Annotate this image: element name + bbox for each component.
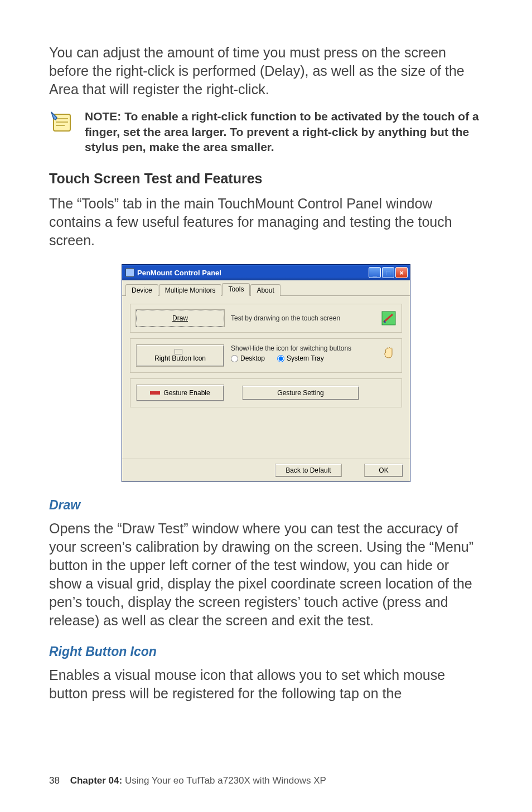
ok-button[interactable]: OK — [364, 464, 403, 477]
gesture-setting-button[interactable]: Gesture Setting — [242, 386, 359, 400]
right-button-icon-button[interactable]: Right Button Icon — [136, 344, 224, 367]
note-text: NOTE: To enable a right-click function t… — [85, 109, 483, 155]
gesture-enable-label: Gesture Enable — [163, 389, 210, 397]
tab-about[interactable]: About — [250, 284, 280, 296]
radio-system-tray-input[interactable] — [277, 355, 284, 362]
chapter-label: Chapter 04: — [70, 775, 123, 786]
titlebar: PenMount Control Panel _ □ × — [122, 265, 410, 280]
spacer — [130, 413, 402, 453]
note-block: NOTE: To enable a right-click function t… — [49, 109, 483, 155]
window-footer: Back to Default OK — [122, 459, 410, 482]
note-icon — [49, 109, 79, 138]
window-title: PenMount Control Panel — [137, 269, 369, 277]
page-number: 38 — [49, 775, 60, 786]
page-footer: 38 Chapter 04: Using Your eo TufTab a723… — [49, 775, 326, 786]
tab-multiple-monitors[interactable]: Multiple Monitors — [159, 284, 222, 296]
draw-button-label: Draw — [172, 314, 188, 322]
draw-row: Draw Test by drarwing on the touch scree… — [130, 304, 402, 333]
window-mini-icon — [175, 349, 182, 354]
rbi-radio-group: Desktop System Tray — [231, 354, 375, 362]
gesture-row: Gesture Enable Gesture Setting — [130, 378, 402, 407]
draw-description: Test by drarwing on the touch screen — [231, 314, 375, 322]
minimize-button[interactable]: _ — [369, 267, 381, 278]
screenshot-container: PenMount Control Panel _ □ × Device Mult… — [49, 264, 483, 482]
back-to-default-label: Back to Default — [286, 466, 331, 474]
tab-tools[interactable]: Tools — [222, 283, 250, 296]
hand-icon — [381, 344, 396, 359]
radio-system-tray[interactable]: System Tray — [277, 354, 324, 362]
right-button-icon-label: Right Button Icon — [154, 354, 206, 362]
radio-system-tray-label: System Tray — [287, 354, 324, 362]
heading-draw: Draw — [49, 498, 483, 513]
radio-desktop-label: Desktop — [240, 354, 265, 362]
back-to-default-button[interactable]: Back to Default — [275, 464, 342, 477]
app-icon — [125, 268, 134, 277]
heading-touch-screen-test: Touch Screen Test and Features — [49, 171, 483, 187]
gesture-setting-label: Gesture Setting — [277, 389, 323, 397]
panel-body: Draw Test by drarwing on the touch scree… — [122, 296, 410, 459]
radio-desktop-input[interactable] — [231, 355, 238, 362]
close-button[interactable]: × — [395, 267, 408, 278]
rbi-paragraph: Enables a visual mouse icon that allows … — [49, 666, 483, 703]
chapter-rest: Using Your eo TufTab a7230X with Windows… — [122, 775, 326, 786]
rbi-description: Show/Hide the icon for switching buttons — [231, 344, 375, 352]
heading-right-button-icon: Right Button Icon — [49, 644, 483, 659]
intro-paragraph: You can adjust the amount of time you mu… — [49, 43, 483, 99]
maximize-button: □ — [382, 267, 394, 278]
draw-button[interactable]: Draw — [136, 310, 224, 327]
radio-desktop[interactable]: Desktop — [231, 354, 265, 362]
tab-device[interactable]: Device — [125, 284, 158, 296]
penmount-window: PenMount Control Panel _ □ × Device Mult… — [122, 264, 410, 482]
touch-paragraph: The “Tools” tab in the main TouchMount C… — [49, 195, 483, 250]
tab-strip: Device Multiple Monitors Tools About — [122, 280, 410, 296]
gesture-enable-button[interactable]: Gesture Enable — [136, 385, 224, 401]
gesture-red-icon — [150, 391, 160, 395]
ok-label: OK — [379, 466, 388, 474]
right-button-icon-row: Right Button Icon Show/Hide the icon for… — [130, 338, 402, 373]
draw-icon — [381, 311, 396, 325]
draw-paragraph: Opens the “Draw Test” window where you c… — [49, 519, 483, 630]
